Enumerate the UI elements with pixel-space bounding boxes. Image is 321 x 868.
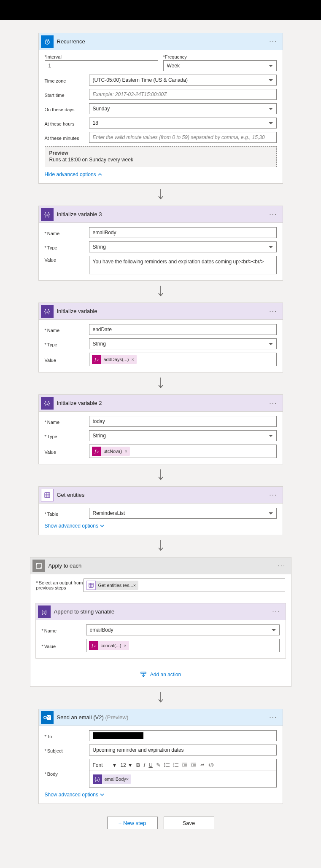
more-icon[interactable]: ··· xyxy=(269,211,277,218)
outdent-icon[interactable] xyxy=(182,763,187,767)
init-var-header[interactable]: {𝑥} Initialize variable ··· xyxy=(39,303,283,320)
remove-chip-icon[interactable]: × xyxy=(126,777,129,782)
type-select[interactable]: String xyxy=(89,241,277,252)
variable-icon: {𝑥} xyxy=(93,774,102,784)
minutes-input[interactable] xyxy=(89,132,277,143)
more-icon[interactable]: ··· xyxy=(269,399,277,407)
code-view-icon[interactable] xyxy=(208,763,214,767)
more-icon[interactable]: ··· xyxy=(269,38,277,46)
value-label: Value xyxy=(45,448,89,455)
name-input[interactable] xyxy=(89,227,277,238)
value-label: Value xyxy=(45,256,89,263)
remove-chip-icon[interactable]: × xyxy=(131,357,134,362)
recurrence-header[interactable]: Recurrence ··· xyxy=(39,33,283,50)
more-icon[interactable]: ··· xyxy=(269,308,277,315)
timezone-select[interactable]: (UTC-05:00) Eastern Time (US & Canada) xyxy=(89,75,277,86)
indent-icon[interactable] xyxy=(191,763,196,767)
name-input[interactable] xyxy=(89,416,277,427)
append-card: {𝑥} Append to string variable ··· Name e… xyxy=(35,603,286,659)
connector-arrow xyxy=(38,469,283,481)
chevron-down-icon xyxy=(272,629,276,631)
link-icon[interactable] xyxy=(200,762,205,768)
add-action-button[interactable]: Add an action xyxy=(30,671,291,678)
remove-chip-icon[interactable]: × xyxy=(133,583,136,588)
connector-arrow xyxy=(38,378,283,389)
variable-icon: {𝑥} xyxy=(41,397,54,410)
more-icon[interactable]: ··· xyxy=(278,562,286,570)
svg-rect-3 xyxy=(89,583,93,587)
chevron-down-icon xyxy=(269,246,273,248)
new-step-button[interactable]: + New step xyxy=(107,817,158,829)
italic-button[interactable]: I xyxy=(143,762,145,769)
apply-to-each-card: Apply to each ··· Select an output from … xyxy=(30,557,291,687)
name-select[interactable]: emailBody xyxy=(86,624,280,635)
to-input[interactable] xyxy=(89,730,277,741)
redacted-value xyxy=(93,732,143,739)
preview-text: Runs at 18:00 on Sunday every week xyxy=(49,157,272,163)
table-select[interactable]: RemindersList xyxy=(89,508,277,519)
value-input[interactable]: ƒₓconcat(...)× xyxy=(86,639,280,652)
apply-to-each-header[interactable]: Apply to each ··· xyxy=(30,557,291,574)
svg-point-8 xyxy=(164,763,165,764)
edit-icon[interactable]: ✎ xyxy=(156,762,161,768)
show-advanced-link[interactable]: Show advanced options xyxy=(45,792,277,798)
init-var-3-header[interactable]: {𝑥} Initialize variable 3 ··· xyxy=(39,206,283,223)
interval-input[interactable] xyxy=(45,60,158,71)
entity-chip[interactable]: Get entities res...× xyxy=(86,581,139,590)
get-entities-header[interactable]: Get entities ··· xyxy=(39,487,283,504)
type-select[interactable]: String xyxy=(89,430,277,441)
table-label: Table xyxy=(45,510,89,517)
init-var-3-title: Initialize variable 3 xyxy=(57,211,270,217)
preview-box: Preview Runs at 18:00 on Sunday every we… xyxy=(45,146,277,167)
type-label: Type xyxy=(45,244,89,250)
fx-chip-utcnow[interactable]: ƒₓutcNow()× xyxy=(92,447,130,456)
timezone-label: Time zone xyxy=(45,77,89,83)
frequency-select[interactable]: Week xyxy=(163,60,277,71)
fx-chip-concat[interactable]: ƒₓconcat(...)× xyxy=(89,641,129,650)
subject-input[interactable] xyxy=(89,745,277,755)
init-var-card: {𝑥} Initialize variable ··· Name Type St… xyxy=(38,303,283,372)
init-var-2-header[interactable]: {𝑥} Initialize variable 2 ··· xyxy=(39,395,283,412)
value-textarea[interactable]: You have the following reminders and exp… xyxy=(89,256,277,274)
select-output-label: Select an output from previous steps xyxy=(36,579,84,590)
underline-button[interactable]: U xyxy=(148,762,152,768)
connector-arrow xyxy=(38,692,283,704)
days-select[interactable]: Sunday xyxy=(89,103,277,114)
show-advanced-link[interactable]: Show advanced options xyxy=(45,523,277,529)
body-editor[interactable]: {𝑥}emailBody× xyxy=(89,771,277,788)
to-label: To xyxy=(45,732,89,739)
preview-title: Preview xyxy=(49,150,272,156)
type-select[interactable]: String xyxy=(89,338,277,349)
value-input[interactable]: ƒₓutcNow()× xyxy=(89,445,277,458)
starttime-input[interactable] xyxy=(89,89,277,100)
more-icon[interactable]: ··· xyxy=(269,491,277,499)
chevron-down-icon xyxy=(269,343,273,345)
remove-chip-icon[interactable]: × xyxy=(124,643,126,648)
value-label: Value xyxy=(45,356,89,363)
remove-chip-icon[interactable]: × xyxy=(125,449,127,454)
name-label: Name xyxy=(42,627,86,633)
send-email-header[interactable]: Send an email (V2) (Preview) ··· xyxy=(39,709,283,726)
bullet-list-icon[interactable] xyxy=(164,763,170,767)
hours-select[interactable]: 18 xyxy=(89,118,277,129)
more-icon[interactable]: ··· xyxy=(272,608,280,616)
subject-label: Subject xyxy=(45,747,89,753)
bold-button[interactable]: B xyxy=(136,762,140,768)
more-icon[interactable]: ··· xyxy=(269,714,277,721)
font-select[interactable]: Font▼ xyxy=(93,762,117,768)
connector-arrow xyxy=(38,286,283,297)
hide-advanced-link[interactable]: Hide advanced options xyxy=(45,171,277,177)
fx-chip-adddays[interactable]: ƒₓaddDays(...)× xyxy=(92,355,137,364)
name-input[interactable] xyxy=(89,324,277,335)
append-header[interactable]: {𝑥} Append to string variable ··· xyxy=(36,603,286,620)
chevron-down-icon xyxy=(269,512,273,514)
value-input[interactable]: ƒₓaddDays(...)× xyxy=(89,353,277,366)
fx-icon: ƒₓ xyxy=(92,447,101,456)
var-chip-emailbody[interactable]: {𝑥}emailBody× xyxy=(93,774,132,784)
variable-icon: {𝑥} xyxy=(38,605,51,618)
number-list-icon[interactable]: 123 xyxy=(173,763,178,767)
save-button[interactable]: Save xyxy=(164,817,214,829)
size-select[interactable]: 12▼ xyxy=(120,762,132,768)
select-output-input[interactable]: Get entities res...× xyxy=(84,579,285,592)
chevron-down-icon xyxy=(269,108,273,110)
